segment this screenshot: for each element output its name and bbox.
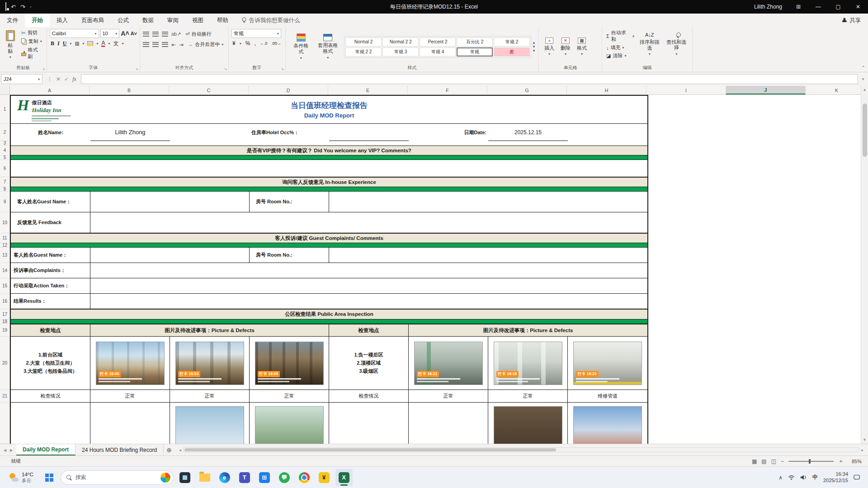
row-header-11[interactable]: 11: [0, 233, 10, 243]
clock-widget[interactable]: 16:34 2025/12/15: [823, 471, 848, 484]
phonetic-guide-icon[interactable]: 文: [113, 40, 119, 47]
delete-cells-button[interactable]: ✕ 删除▾: [558, 36, 573, 58]
scroll-up-icon[interactable]: ▲: [863, 86, 867, 94]
format-painter-button[interactable]: 格式刷: [20, 46, 44, 61]
occ-value-cell[interactable]: [329, 124, 409, 141]
name-box[interactable]: J24▾: [1, 74, 42, 84]
row-header-12[interactable]: 12: [0, 243, 10, 248]
gallery-up-icon[interactable]: ▲: [532, 41, 536, 45]
maximize-button[interactable]: ▢: [828, 0, 848, 14]
status-cell[interactable]: 正常: [170, 390, 250, 403]
zoom-level[interactable]: 85%: [848, 459, 862, 464]
guest-name-value-cell[interactable]: [90, 192, 250, 212]
empty-cell[interactable]: [11, 141, 647, 145]
status-cell[interactable]: 维修管道: [568, 390, 647, 403]
user-name[interactable]: Lilith Zhong: [754, 4, 782, 10]
empty-cell[interactable]: [170, 124, 250, 141]
inspection-photo-smoking-area[interactable]: 打卡16:22: [573, 342, 642, 385]
status-cell[interactable]: 正常: [409, 390, 488, 403]
col-header-A[interactable]: A: [10, 86, 90, 94]
left-areas-cell[interactable]: 1.前台区域 2.大堂（包括卫生间） 3.大堂吧（包括备品间）: [11, 337, 90, 390]
name-label-cell[interactable]: 姓名Name:: [11, 124, 90, 141]
col-header-D[interactable]: D: [249, 86, 328, 94]
green-divider[interactable]: [11, 187, 647, 192]
chrome-button[interactable]: [296, 469, 313, 486]
undo-icon[interactable]: ↶: [11, 4, 16, 10]
weather-widget[interactable]: 14°C 多云: [5, 471, 38, 484]
edge-button[interactable]: e: [216, 469, 233, 486]
fill-button[interactable]: ↓填充▾: [605, 44, 636, 52]
feedback-label-cell[interactable]: 反馈意见 Feedback: [11, 212, 90, 233]
underline-icon[interactable]: U: [63, 40, 67, 47]
row-header-22[interactable]: [0, 403, 10, 444]
vertical-scrollbar[interactable]: ▲ ▼: [861, 86, 868, 444]
action-value-cell[interactable]: [90, 278, 647, 294]
align-top-icon[interactable]: [143, 32, 149, 37]
percent-icon[interactable]: %: [245, 40, 250, 47]
tab-file[interactable]: 文件: [0, 14, 25, 27]
feedback-value-cell[interactable]: [90, 212, 647, 233]
share-button[interactable]: 👤︎ 共享: [835, 14, 868, 27]
results-label-cell[interactable]: 结果Results：: [11, 294, 90, 309]
status-label-cell[interactable]: 检查情况: [329, 390, 409, 403]
empty-cell[interactable]: [329, 403, 409, 444]
format-cells-button[interactable]: ▦ 格式▾: [574, 36, 590, 58]
align-right-icon[interactable]: [162, 42, 168, 47]
complaint-room-no-value-cell[interactable]: [329, 248, 647, 263]
gallery-down-icon[interactable]: ▼: [532, 45, 536, 49]
sheet-nav-right-icon[interactable]: ▸: [10, 447, 13, 453]
date-label-cell[interactable]: 日期Date:: [409, 124, 488, 141]
finance-app-button[interactable]: ¥: [316, 469, 333, 486]
zoom-in-icon[interactable]: ＋: [838, 457, 844, 465]
tab-insert[interactable]: 插入: [50, 14, 75, 27]
normal-view-icon[interactable]: ▦: [752, 458, 757, 465]
horizontal-scrollbar[interactable]: ◂ ▸: [179, 446, 863, 453]
inspection-photo-partial[interactable]: [573, 406, 642, 444]
col-header-F[interactable]: F: [408, 86, 487, 94]
customize-qat-icon[interactable]: ▾: [30, 5, 32, 9]
wechat-button[interactable]: 💬︎: [276, 469, 293, 486]
decrease-decimal-icon[interactable]: .00→: [271, 41, 281, 46]
room-no-label-cell[interactable]: 房号 Room No.:: [250, 192, 329, 212]
right-areas-cell[interactable]: 1.负一楼后区 2.顶楼区域 3.吸烟区: [329, 337, 409, 390]
number-format-select[interactable]: 常规▾: [231, 29, 281, 38]
insert-function-icon[interactable]: fx: [72, 76, 76, 83]
tab-data[interactable]: 数据: [136, 14, 160, 27]
scroll-left-icon[interactable]: ◂: [179, 448, 181, 452]
pictures-header-cell[interactable]: 图片及待改进事项：Picture & Defects: [90, 324, 329, 337]
guest-name-label-cell[interactable]: 客人姓名Guest Name：: [11, 192, 90, 212]
date-value-cell[interactable]: 2025.12.15: [488, 124, 568, 141]
alignment-dialog-launcher[interactable]: ↘: [224, 67, 227, 71]
wrap-text-button[interactable]: ⏎自动换行: [184, 30, 212, 38]
row-header-14[interactable]: 14: [0, 263, 10, 278]
complaint-label-cell[interactable]: 投诉事由Complaints：: [11, 263, 90, 278]
close-button[interactable]: ✕: [848, 0, 868, 14]
inspection-photo-partial[interactable]: [255, 406, 324, 444]
empty-cell[interactable]: [90, 403, 170, 444]
complaint-value-cell[interactable]: [90, 263, 647, 278]
formula-menu-icon[interactable]: ⋮: [47, 76, 52, 82]
store-button[interactable]: ⊞: [256, 469, 273, 486]
align-left-icon[interactable]: [143, 42, 149, 47]
cell-style-item[interactable]: 常规 3: [382, 47, 419, 56]
zoom-thumb[interactable]: [809, 459, 811, 464]
col-header-C[interactable]: C: [169, 86, 249, 94]
complaints-section-header[interactable]: 客人投诉/建议 Guest Complaints/ Comments: [11, 233, 647, 243]
row-header-9[interactable]: 9: [0, 192, 10, 212]
green-divider[interactable]: [11, 155, 647, 160]
redo-icon[interactable]: ↷: [20, 4, 25, 10]
row-header-7[interactable]: 7: [0, 177, 10, 187]
formula-input[interactable]: [81, 74, 858, 84]
sheet-tab-daily-mod-report[interactable]: Daily MOD Report: [16, 444, 75, 455]
copy-button[interactable]: 复制▾: [20, 38, 44, 45]
room-no-value-cell[interactable]: [329, 192, 647, 212]
col-header-J[interactable]: J: [726, 86, 806, 94]
hidden-icons-chevron[interactable]: ∧: [778, 474, 783, 481]
cut-button[interactable]: ✂剪切: [20, 29, 44, 37]
fill-color-icon[interactable]: [87, 41, 93, 46]
ime-indicator[interactable]: 中: [812, 474, 818, 481]
tab-home[interactable]: 开始: [25, 14, 50, 27]
ribbon-display-icon[interactable]: ⊞: [788, 0, 808, 14]
cell-style-item[interactable]: 常规 4: [420, 47, 456, 56]
col-header-I[interactable]: I: [646, 86, 726, 94]
